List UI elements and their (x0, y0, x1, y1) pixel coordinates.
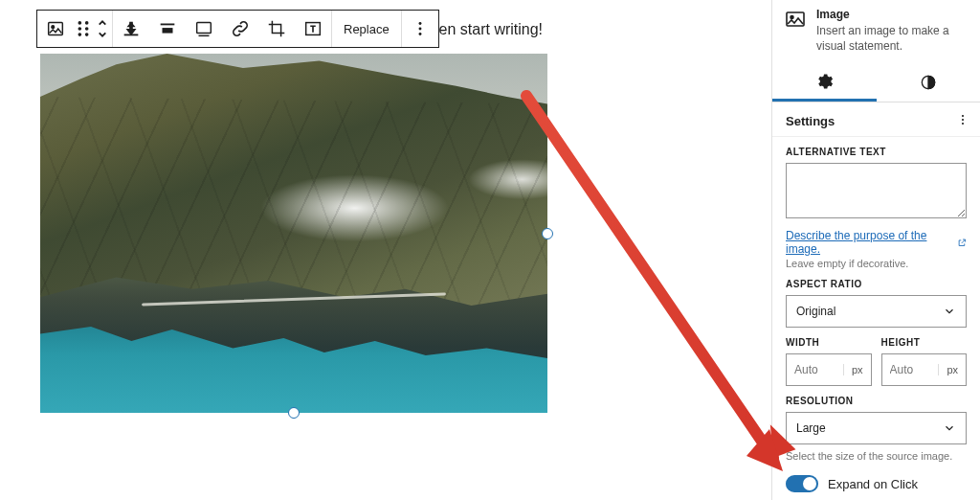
sidebar-tabs (772, 63, 980, 102)
svg-point-22 (962, 119, 964, 121)
block-type-button[interactable] (37, 11, 74, 47)
panel-options-button[interactable] (955, 112, 970, 130)
resolution-label: RESOLUTION (786, 396, 967, 406)
move-up-down[interactable] (93, 11, 112, 47)
svg-point-7 (85, 33, 89, 36)
alt-text-input[interactable] (786, 163, 967, 218)
resolution-select[interactable]: Large (786, 412, 967, 444)
svg-rect-18 (787, 12, 804, 26)
aspect-ratio-select[interactable]: Original (786, 295, 967, 328)
svg-rect-11 (161, 34, 175, 36)
settings-sidebar: Image Insert an image to make a visual s… (771, 0, 980, 500)
tab-styles[interactable] (877, 63, 981, 102)
more-options-button[interactable] (402, 11, 438, 47)
alt-help-link[interactable]: Describe the purpose of the image. (786, 229, 967, 256)
block-card: Image Insert an image to make a visual s… (772, 0, 980, 63)
replace-button[interactable]: Replace (332, 22, 401, 36)
tab-settings[interactable] (772, 63, 877, 102)
aspect-ratio-label: ASPECT RATIO (786, 279, 967, 289)
expand-on-click-toggle[interactable] (786, 475, 818, 492)
svg-rect-10 (163, 28, 173, 34)
alt-text-label: ALTERNATIVE TEXT (786, 147, 967, 157)
text-overlay-button[interactable] (295, 11, 331, 47)
svg-point-17 (418, 33, 421, 35)
svg-point-4 (78, 27, 82, 31)
height-unit[interactable]: px (938, 364, 966, 375)
drag-handle[interactable] (74, 11, 93, 47)
block-description: Insert an image to make a visual stateme… (816, 23, 969, 54)
editor-canvas: e it, then start writing! (0, 0, 766, 500)
chevrons-icon (93, 18, 112, 39)
align-center-icon (157, 18, 178, 39)
block-title: Image (816, 8, 969, 21)
image-block[interactable] (40, 54, 547, 413)
svg-point-6 (78, 33, 82, 36)
svg-point-1 (52, 26, 55, 29)
more-vertical-icon (410, 18, 431, 39)
settings-panel-header: Settings (772, 102, 980, 137)
block-toolbar: Replace (36, 10, 439, 48)
panel-title: Settings (786, 114, 835, 128)
svg-point-21 (962, 115, 964, 117)
link-button[interactable] (222, 11, 258, 47)
width-label: WIDTH (786, 337, 872, 348)
external-link-icon (957, 238, 967, 248)
drag-icon (74, 18, 93, 39)
svg-point-16 (418, 28, 421, 31)
resize-handle-right[interactable] (542, 228, 553, 239)
crop-icon (266, 18, 287, 39)
align-wide-button[interactable] (149, 11, 186, 47)
svg-point-15 (418, 22, 421, 25)
resolution-hint: Select the size of the source image. (786, 450, 967, 462)
contrast-icon (919, 73, 938, 92)
svg-point-19 (791, 16, 793, 19)
text-overlay-icon (302, 18, 323, 39)
caption-button[interactable] (186, 11, 222, 47)
height-label: HEIGHT (881, 337, 968, 348)
caption-icon (193, 18, 214, 39)
expand-on-click-label: Expand on Click (828, 477, 918, 491)
resize-handle-bottom[interactable] (288, 407, 300, 419)
more-vertical-icon (955, 112, 970, 127)
svg-point-5 (85, 27, 89, 31)
svg-rect-12 (197, 23, 212, 34)
width-input[interactable] (787, 363, 843, 376)
link-icon (230, 18, 251, 39)
gear-icon (814, 72, 834, 91)
alt-hint: Leave empty if decorative. (786, 258, 967, 269)
image-icon (784, 8, 807, 31)
svg-rect-8 (124, 34, 139, 36)
crop-button[interactable] (258, 11, 295, 47)
height-input[interactable] (882, 363, 939, 376)
landscape-image (40, 54, 547, 413)
chevron-down-icon (943, 305, 956, 318)
svg-point-2 (78, 21, 82, 25)
image-icon (45, 18, 66, 39)
align-button[interactable] (113, 11, 149, 47)
svg-point-3 (85, 21, 89, 25)
svg-point-23 (962, 123, 964, 125)
svg-rect-9 (161, 24, 175, 26)
chevron-down-icon (943, 421, 956, 435)
align-icon (121, 18, 142, 39)
width-unit[interactable]: px (843, 364, 871, 375)
